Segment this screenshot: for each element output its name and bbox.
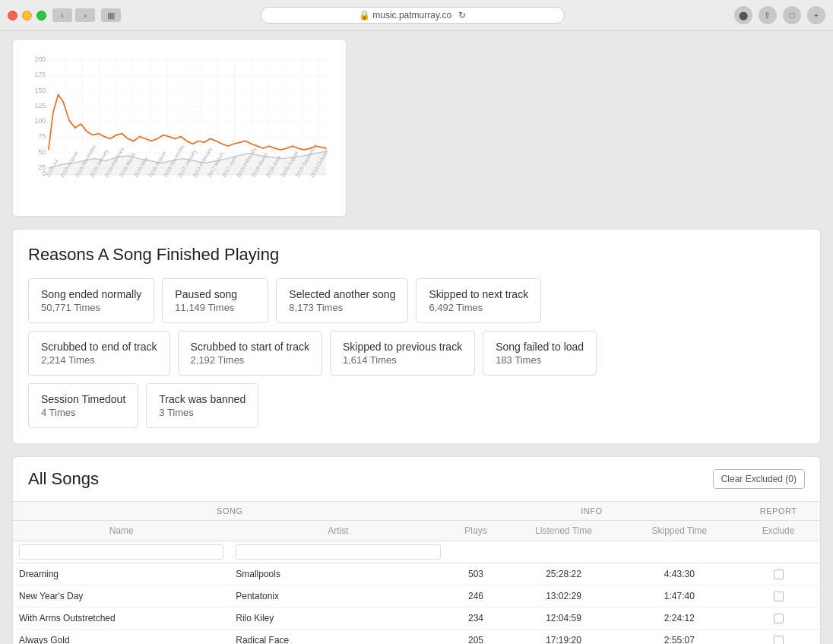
songs-table: Song Info Report Name Artist Plays Liste… [13,501,820,644]
cell-name: New Year's Day [13,585,230,608]
cell-exclude [736,608,820,630]
svg-text:125: 125 [35,102,46,109]
cell-exclude [736,630,820,645]
filter-artist[interactable] [230,541,446,563]
reason-item-6a: Skipped to previous track 1,614 Times [330,331,475,376]
browser-chrome: ‹ › ▦ 🔒 music.patmurray.co ↻ ⬤ ⇧ □ + [0,0,833,31]
reasons-title: Reasons A Song Finished Playing [28,245,805,265]
reason-value-6: 1,614 Times [343,354,462,366]
svg-text:175: 175 [35,71,46,78]
clear-excluded-button[interactable]: Clear Excluded (0) [713,469,805,489]
minimize-button[interactable] [22,11,32,21]
reasons-card: Reasons A Song Finished Playing Song end… [12,229,821,444]
svg-text:50: 50 [38,148,46,156]
cell-artist: Rilo Kiley [230,608,446,630]
reason-value-1: 11,149 Times [175,302,255,313]
group-info-header: Info [447,502,737,521]
cell-exclude [736,563,820,585]
reason-item-0: Song ended normally 50,771 Times [28,278,154,323]
reason-value-3: 6,492 Times [429,302,528,313]
reasons-grid: Song ended normally 50,771 Times Paused … [28,278,805,428]
close-button[interactable] [8,11,17,21]
exclude-checkbox[interactable] [774,592,784,601]
reason-label-9: Track was banned [159,393,245,405]
cell-name: Always Gold [13,630,230,645]
reason-value-4: 2,214 Times [41,354,157,366]
reason-label-6: Skipped to previous track [343,341,462,353]
reason-label-5: Scrubbed to start of track [191,341,309,353]
filter-plays [447,541,505,563]
table-row: With Arms Outstretched Rilo Kiley 234 12… [13,608,820,630]
col-skipped: Skipped Time [622,521,737,541]
url-text: music.patmurray.co [372,10,451,21]
reason-label-3: Skipped to next track [429,288,528,300]
back-button[interactable]: ‹ [52,8,72,22]
share-icon[interactable]: ⇧ [759,6,777,24]
reason-item-4a: Scrubbed to end of track 2,214 Times [28,331,170,376]
reason-value-8: 4 Times [41,407,125,418]
sidebar-toggle-button[interactable]: ▦ [101,8,121,22]
cell-listened: 25:28:22 [505,563,622,585]
group-song-header: Song [13,502,447,521]
svg-text:100: 100 [35,117,46,125]
reason-label-0: Song ended normally [41,288,141,300]
toolbar-icons: ⬤ ⇧ □ + [734,6,825,24]
reason-item-7a: Song failed to load 183 Times [483,331,597,376]
table-row: Always Gold Radical Face 205 17:19:20 2:… [13,630,820,645]
fullscreen-button[interactable] [36,11,46,21]
nav-buttons: ‹ › [52,8,95,22]
cell-skipped: 4:43:30 [622,563,737,585]
traffic-lights [8,11,46,21]
table-row: New Year's Day Pentatonix 246 13:02:29 1… [13,585,820,608]
reason-label-1: Paused song [175,288,255,300]
cell-plays: 246 [447,585,505,608]
cell-name: Dreaming [13,563,230,585]
filter-listened [505,541,622,563]
cell-plays: 503 [447,563,505,585]
reason-value-9: 3 Times [159,407,245,418]
svg-text:200: 200 [35,56,46,63]
reason-value-7: 183 Times [496,354,584,366]
exclude-checkbox[interactable] [774,614,784,623]
add-tab-icon[interactable]: + [807,6,825,24]
reason-label-2: Selected another song [289,288,395,300]
reason-label-4: Scrubbed to end of track [41,341,157,353]
chart-svg: 200 175 150 125 100 75 50 25 0 [25,52,334,204]
cell-plays: 234 [447,608,505,630]
reason-item-9: Track was banned 3 Times [146,383,258,428]
col-exclude: Exclude [736,521,820,541]
new-tab-icon[interactable]: □ [783,6,801,24]
reason-item-8-row: Session Timedout 4 Times Track was banne… [28,383,805,428]
reason-item-2: Selected another song 8,173 Times [276,278,408,323]
cell-listened: 13:02:29 [505,585,622,608]
filter-name[interactable] [13,541,230,563]
exclude-checkbox[interactable] [774,569,784,579]
exclude-checkbox[interactable] [774,636,784,645]
cell-exclude [736,585,820,608]
reason-label-7: Song failed to load [496,341,584,353]
reason-value-5: 2,192 Times [191,354,309,366]
filter-name-input[interactable] [19,544,223,560]
col-listened: Listened Time [505,521,622,541]
reload-icon[interactable]: ↻ [458,10,466,21]
filter-artist-input[interactable] [236,544,440,560]
songs-header: All Songs Clear Excluded (0) [13,457,820,501]
reason-item-8: Session Timedout 4 Times [28,383,138,428]
cell-artist: Smallpools [230,563,446,585]
col-artist: Artist [230,521,446,541]
reason-item-4: Scrubbed to end of track 2,214 Times Scr… [28,331,805,376]
reason-value-2: 8,173 Times [289,302,395,313]
address-bar-row: 🔒 music.patmurray.co ↻ ⬤ ⇧ □ + [127,6,825,24]
reason-item-5a: Scrubbed to start of track 2,192 Times [178,331,322,376]
songs-title: All Songs [28,469,99,489]
cell-skipped: 1:47:40 [622,585,737,608]
chart-card: 200 175 150 125 100 75 50 25 0 [12,39,347,217]
col-plays: Plays [447,521,505,541]
cell-artist: Radical Face [230,630,446,645]
chart-container: 200 175 150 125 100 75 50 25 0 [25,52,334,204]
extensions-icon[interactable]: ⬤ [734,6,752,24]
cell-artist: Pentatonix [230,585,446,608]
songs-card: All Songs Clear Excluded (0) Song Info R… [12,456,821,644]
forward-button[interactable]: › [75,8,95,22]
address-bar[interactable]: 🔒 music.patmurray.co ↻ [261,7,565,24]
